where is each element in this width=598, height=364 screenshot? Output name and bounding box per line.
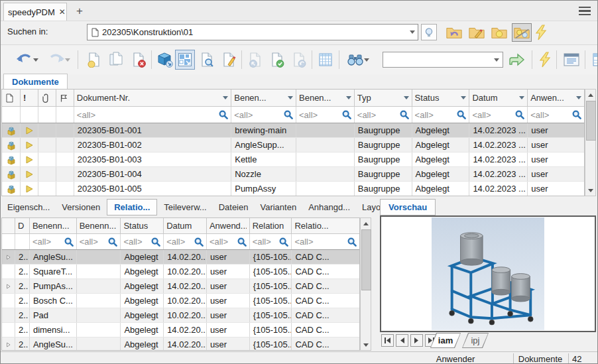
close-tab-icon[interactable]: ✕ <box>59 7 66 17</box>
scroll-down-button[interactable] <box>361 339 371 350</box>
search-icon[interactable] <box>400 110 409 119</box>
column-header-benennung2[interactable]: Benen... <box>296 90 355 106</box>
filter-anwender[interactable]: <all> <box>528 107 584 123</box>
column-header-status[interactable]: Status <box>412 90 470 106</box>
column-header-attachment[interactable] <box>38 90 56 106</box>
chevron-down-icon[interactable] <box>65 58 70 62</box>
first-page-button[interactable] <box>381 334 394 347</box>
column-header-benennung1[interactable]: Benenn... <box>30 218 77 233</box>
delete-document-button[interactable] <box>129 50 149 70</box>
new-document-button[interactable] <box>84 50 104 70</box>
quick-search-combobox[interactable] <box>383 52 503 68</box>
column-header-relationsname[interactable]: Relatio... <box>292 218 359 233</box>
tab-eigenschaften[interactable]: Eigensch... <box>2 200 55 215</box>
filter-benennung1[interactable]: <all> <box>30 234 77 249</box>
search-icon[interactable] <box>108 237 117 247</box>
filter-status[interactable]: <all> <box>121 234 164 249</box>
filter-datum[interactable]: <all> <box>164 234 207 249</box>
sort-caret-icon[interactable] <box>519 96 524 99</box>
search-icon[interactable] <box>151 237 160 247</box>
column-header-relation[interactable]: Relation <box>250 218 292 233</box>
preview-document-button[interactable] <box>197 50 217 70</box>
column-header-exclaim[interactable]: ! <box>21 90 38 106</box>
table-row[interactable]: 202305-B01-004 Nozzle Baugruppe Abgelegt… <box>2 167 584 182</box>
search-button[interactable] <box>343 50 373 70</box>
search-icon[interactable] <box>237 237 247 247</box>
column-header-status[interactable]: Status <box>121 218 164 233</box>
new-tab-button[interactable]: + <box>72 4 87 19</box>
sort-caret-icon[interactable] <box>576 96 581 99</box>
sort-caret-icon[interactable] <box>288 96 293 99</box>
sort-caret-icon[interactable] <box>346 96 351 99</box>
column-header-anwender[interactable]: Anwend... <box>207 218 250 233</box>
column-header-datum[interactable]: Datum <box>469 90 528 106</box>
copy-document-button[interactable] <box>106 50 126 70</box>
column-header-d[interactable]: D <box>15 218 30 233</box>
column-header-anwender[interactable]: Anwen... <box>528 90 584 106</box>
undo-button[interactable] <box>14 50 40 70</box>
search-icon[interactable] <box>194 237 204 247</box>
edit-document-button[interactable] <box>219 50 239 70</box>
tab-relationen[interactable]: Relatio... <box>107 199 157 215</box>
filter-benennung1[interactable]: <all> <box>231 107 296 123</box>
documents-scrollbar[interactable] <box>585 89 596 196</box>
grid-button-partial[interactable] <box>589 50 598 70</box>
search-icon[interactable] <box>457 110 466 119</box>
filter-typ[interactable]: <all> <box>355 107 412 123</box>
column-header-benennung1[interactable]: Benen... <box>231 90 296 106</box>
cad-open-button[interactable] <box>155 50 175 70</box>
search-icon[interactable] <box>572 110 581 119</box>
scroll-down-button[interactable] <box>585 185 595 196</box>
file-tab-ipj[interactable]: ipj <box>462 333 489 348</box>
next-page-button[interactable] <box>410 334 423 347</box>
tab-teileverwendung[interactable]: Teileverw... <box>158 200 211 215</box>
table-row[interactable]: 202305-B01-002 AngleSupp... Baugruppe Ab… <box>2 138 584 152</box>
search-icon[interactable] <box>515 110 524 119</box>
sort-caret-icon[interactable] <box>404 96 409 99</box>
folder-bulbs-button[interactable] <box>512 23 532 42</box>
app-tab[interactable]: speedyPDM ✕ <box>3 3 67 21</box>
filter-benennung2[interactable]: <all> <box>77 234 121 249</box>
column-header-doc-icon[interactable] <box>2 90 21 106</box>
column-header-datum[interactable]: Datum <box>164 218 207 233</box>
structure-view-button[interactable] <box>175 50 195 70</box>
table-view-button[interactable] <box>316 50 335 70</box>
chevron-down-icon[interactable] <box>410 30 415 34</box>
search-icon[interactable] <box>279 237 288 247</box>
table-row[interactable]: 2.. AngleSu... Abgelegt 14.02.20... user… <box>2 337 359 351</box>
undo-checkout-button[interactable] <box>289 50 309 70</box>
filter-relationsname[interactable]: <all> <box>292 234 359 249</box>
filter-datum[interactable]: <all> <box>469 107 528 123</box>
sort-caret-icon[interactable] <box>223 96 228 99</box>
sort-caret-icon[interactable] <box>461 96 466 99</box>
folder-back-button[interactable] <box>444 23 464 42</box>
filter-anwender[interactable]: <all> <box>207 234 250 249</box>
lightbulb-button[interactable] <box>421 24 437 40</box>
table-row[interactable]: 202305-B01-005 PumpAssy Baugruppe Abgele… <box>2 182 584 196</box>
filter-benennung2[interactable]: <all> <box>296 107 355 123</box>
table-row[interactable]: 2.. dimensi... Abgelegt 14.02.20... user… <box>2 323 359 337</box>
folder-edit-button[interactable] <box>467 23 487 42</box>
scroll-up-button[interactable] <box>585 90 595 100</box>
chevron-down-icon[interactable] <box>364 58 369 62</box>
search-icon[interactable] <box>284 110 293 119</box>
tab-versionen[interactable]: Versionen <box>56 200 105 215</box>
redo-button[interactable] <box>46 50 72 70</box>
table-row[interactable]: 2.. Pad Abgelegt 10.02.20... user {105-1… <box>2 308 359 323</box>
lightning-button-top[interactable] <box>533 23 550 42</box>
form-button[interactable] <box>561 50 582 70</box>
column-header-dokument-nr[interactable]: Dokument-Nr. <box>74 90 231 106</box>
chevron-down-icon[interactable] <box>494 58 499 62</box>
tab-varianten[interactable]: Varianten <box>255 200 302 215</box>
tab-vorschau[interactable]: Vorschau <box>380 199 436 215</box>
tab-dokumente[interactable]: Dokumente <box>3 74 68 90</box>
go-button[interactable] <box>506 50 527 70</box>
column-header-flag[interactable] <box>56 90 74 106</box>
scrollbar-thumb[interactable] <box>361 229 371 290</box>
search-icon[interactable] <box>342 110 351 119</box>
folder-circle-button[interactable] <box>489 23 509 42</box>
macro-button[interactable] <box>536 50 555 70</box>
table-row[interactable]: 2.. AngleSu... Abgelegt 14.02.20... user… <box>2 250 359 265</box>
search-path-combobox[interactable]: 202305\Konstruktion\01 <box>87 24 418 40</box>
checkin-button[interactable] <box>267 50 287 70</box>
